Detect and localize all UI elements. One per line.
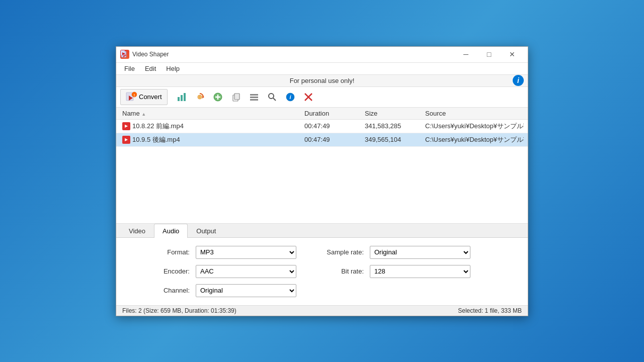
add-button[interactable]: [210, 89, 226, 105]
svg-rect-22: [250, 99, 258, 101]
svg-point-23: [269, 94, 274, 99]
add-icon: [213, 92, 223, 102]
convert-label: Convert: [139, 93, 162, 101]
convert-button[interactable]: ! Convert: [120, 89, 168, 105]
minimize-button[interactable]: ─: [454, 46, 477, 62]
app-icon: [120, 50, 129, 59]
tab-audio[interactable]: Audio: [154, 224, 188, 238]
file-list: Name ▲ Duration Size Source ▶ 10.8.22 前編…: [116, 108, 528, 223]
remove-button[interactable]: [300, 89, 316, 105]
remove-icon: [303, 92, 313, 102]
status-bar: Files: 2 (Size: 659 MB, Duration: 01:35:…: [116, 305, 528, 316]
copy-icon: [231, 92, 241, 102]
info-icon[interactable]: i: [513, 75, 524, 86]
main-window: Video Shaper ─ □ ✕ File Edit Help For pe…: [116, 46, 528, 316]
search-icon: [267, 92, 277, 102]
svg-rect-20: [250, 94, 258, 96]
encoder-select[interactable]: AAC MP3 FLAC: [196, 265, 296, 278]
col-duration: Duration: [302, 108, 363, 119]
menu-bar: File Edit Help: [116, 63, 528, 75]
row-duration: 00:47:49: [302, 133, 363, 146]
menu-help[interactable]: Help: [162, 64, 184, 73]
bit-rate-select[interactable]: 128 64 192 256 320: [370, 265, 470, 278]
table-row[interactable]: ▶ 10.9.5 後編.mp4 00:47:49 349,565,104 C:\…: [116, 133, 528, 147]
tab-output[interactable]: Output: [188, 224, 224, 238]
stats-button[interactable]: [174, 89, 190, 105]
window-controls: ─ □ ✕: [454, 46, 524, 62]
selected-info: Selected: 1 file, 333 MB: [458, 307, 522, 314]
format-select[interactable]: MP3 AAC WAV FLAC OGG: [196, 246, 296, 259]
copy-button[interactable]: [228, 89, 244, 105]
col-name: Name ▲: [120, 108, 302, 119]
encoder-label: Encoder:: [126, 267, 192, 275]
file-list-header: Name ▲ Duration Size Source: [116, 108, 528, 120]
convert-icon: !: [126, 92, 137, 103]
search-button[interactable]: [264, 89, 280, 105]
list-button[interactable]: [246, 89, 262, 105]
app-title: Video Shaper: [132, 51, 169, 58]
channel-label: Channel:: [126, 287, 192, 294]
stats-icon: [177, 92, 187, 102]
col-size: Size: [363, 108, 423, 119]
info-circle-icon: i: [285, 92, 295, 102]
tabs-area: Video Audio Output Format: MP3 AAC WAV F…: [116, 223, 528, 305]
row-name: ▶ 10.8.22 前編.mp4: [120, 120, 302, 133]
row-size: 349,565,104: [363, 133, 423, 146]
title-bar-left: Video Shaper: [120, 50, 169, 59]
menu-edit[interactable]: Edit: [141, 64, 160, 73]
file-icon: ▶: [122, 136, 130, 144]
maximize-button[interactable]: □: [477, 46, 501, 62]
rotate-icon: [195, 92, 205, 102]
row-duration: 00:47:49: [302, 120, 363, 133]
row-name: ▶ 10.9.5 後編.mp4: [120, 133, 302, 146]
audio-tab-content: Format: MP3 AAC WAV FLAC OGG Sample rate…: [116, 238, 528, 305]
tabs-header: Video Audio Output: [116, 224, 528, 238]
row-source: C:\Users¥yuki¥Desktop¥サンプル¥10...: [423, 133, 524, 146]
toolbar: ! Convert: [116, 87, 528, 108]
svg-text:!: !: [134, 93, 135, 97]
row-size: 341,583,285: [363, 120, 423, 133]
svg-rect-21: [250, 97, 258, 98]
menu-file[interactable]: File: [120, 64, 139, 73]
file-icon: ▶: [122, 122, 130, 130]
svg-rect-19: [234, 94, 239, 100]
sample-rate-label: Sample rate:: [300, 248, 366, 256]
list-icon: [249, 92, 259, 102]
close-button[interactable]: ✕: [501, 46, 524, 62]
bit-rate-label: Bit rate:: [300, 267, 366, 275]
row-source: C:\Users¥yuki¥Desktop¥サンプル¥10...: [423, 120, 524, 133]
title-bar: Video Shaper ─ □ ✕: [116, 47, 528, 63]
svg-rect-9: [181, 95, 183, 101]
audio-settings-form: Format: MP3 AAC WAV FLAC OGG Sample rate…: [126, 246, 518, 297]
channel-select[interactable]: Original Stereo Mono: [196, 284, 296, 297]
table-row[interactable]: ▶ 10.8.22 前編.mp4 00:47:49 341,583,285 C:…: [116, 120, 528, 133]
info-bar: For personal use only! i: [116, 75, 528, 87]
info-button[interactable]: i: [282, 89, 298, 105]
format-label: Format:: [126, 248, 192, 256]
svg-rect-8: [178, 97, 180, 101]
tab-video[interactable]: Video: [120, 224, 154, 238]
info-bar-text: For personal use only!: [290, 77, 355, 84]
sample-rate-select[interactable]: Original 44100 48000 22050: [370, 246, 470, 259]
rotate-button[interactable]: [192, 89, 208, 105]
svg-rect-10: [184, 93, 186, 101]
files-info: Files: 2 (Size: 659 MB, Duration: 01:35:…: [122, 307, 236, 314]
col-source: Source: [423, 108, 524, 119]
svg-line-24: [273, 98, 276, 101]
